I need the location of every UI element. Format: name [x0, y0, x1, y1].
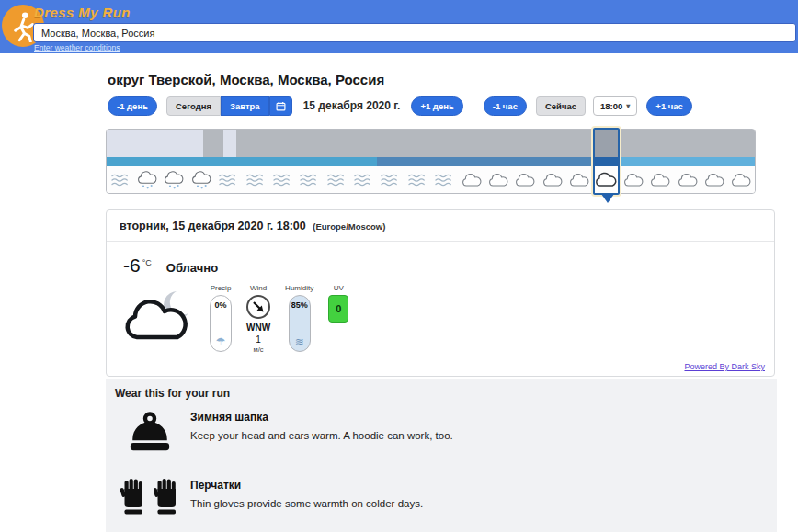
timeline-hour-cell[interactable] — [431, 166, 458, 193]
cloud-icon — [594, 171, 618, 188]
humidity-label: Humidity — [285, 284, 314, 292]
wear-item-description: Thin gloves provide some warmth on colde… — [190, 498, 423, 509]
temperature-row: -6 °C Облачно — [123, 255, 774, 277]
weather-metrics: Precip 0% ☂ Wind WNW 1 м/с H — [121, 284, 774, 354]
timeline-hour-cell[interactable] — [484, 166, 511, 193]
timeline-hour-cell[interactable] — [512, 166, 539, 193]
timeline-hour-cell[interactable] — [620, 166, 646, 193]
timeline-hour-cell[interactable] — [242, 166, 268, 193]
temperature-unit: °C — [142, 258, 152, 267]
timeline-hour-cell[interactable] — [647, 166, 674, 193]
calendar-button[interactable] — [269, 96, 292, 116]
timeline-hour-cell[interactable] — [593, 166, 620, 193]
timeline-hour-cell[interactable] — [565, 166, 592, 193]
fog-icon — [110, 172, 131, 188]
tomorrow-button[interactable]: Завтра — [221, 96, 269, 116]
app-screen: Dress My Run Enter weather conditions ок… — [0, 0, 798, 532]
forecast-datetime-label: вторник, 15 декабря 2020 г. 18:00 — [120, 220, 306, 232]
timeline-hour-cell[interactable] — [404, 166, 430, 193]
waves-icon: ≋ — [290, 335, 310, 348]
enter-weather-conditions-link[interactable]: Enter weather conditions — [34, 43, 120, 52]
forecast-timezone: (Europe/Moscow) — [313, 221, 385, 232]
timeline-hour-cell[interactable] — [674, 166, 701, 193]
weather-summary: Облачно — [166, 261, 218, 275]
band-segment — [236, 130, 594, 157]
precip-value: 0% — [211, 300, 231, 310]
cloud-icon — [730, 172, 752, 188]
precip-metric: Precip 0% ☂ — [210, 284, 232, 352]
location-input[interactable] — [33, 23, 796, 42]
timeline-hour-cell[interactable] — [161, 166, 188, 193]
day-button-group: Сегодня Завтра — [166, 96, 292, 116]
band-segment — [203, 130, 223, 157]
timeline-hour-cell[interactable] — [268, 166, 295, 193]
forecast-datetime: вторник, 15 декабря 2020 г. 18:00 (Europ… — [107, 210, 774, 242]
timeline-hour-cell[interactable] — [377, 166, 404, 193]
prev-day-button[interactable]: -1 день — [108, 96, 157, 116]
timeline-hour-cell[interactable] — [349, 166, 376, 193]
prev-hour-button[interactable]: -1 час — [484, 96, 527, 116]
band-segment — [223, 130, 236, 157]
wind-direction: WNW — [246, 323, 270, 333]
next-day-button[interactable]: +1 день — [411, 96, 462, 116]
timeline-hour-cell[interactable] — [133, 166, 160, 193]
wear-heading: Wear this for your run — [106, 379, 777, 402]
cloud-icon — [677, 172, 699, 188]
wear-section: Wear this for your run Зимняя шапка Keep… — [106, 379, 777, 532]
wind-speed: 1 — [256, 334, 261, 345]
fog-icon — [245, 172, 266, 188]
timeline-hour-cell[interactable] — [728, 166, 755, 193]
band-segment — [377, 157, 593, 166]
datetime-controls: -1 день Сегодня Завтра 15 декабря 2020 г… — [108, 96, 692, 116]
timeline-day-band — [107, 130, 755, 157]
gloves-icon — [115, 477, 185, 515]
band-segment — [620, 130, 755, 157]
now-button[interactable]: Сейчас — [536, 96, 586, 116]
precip-gauge: 0% ☂ — [210, 295, 232, 352]
today-button[interactable]: Сегодня — [166, 96, 221, 116]
uv-metric: UV 0 — [328, 284, 348, 323]
timeline-hour-cell[interactable] — [539, 166, 565, 193]
timeline-hour-cell[interactable] — [107, 166, 133, 193]
band-segment — [620, 157, 755, 166]
fog-icon — [272, 172, 292, 188]
fog-icon — [434, 172, 454, 188]
wear-item-title: Зимняя шапка — [190, 411, 453, 424]
band-segment — [107, 130, 203, 157]
fog-icon — [326, 172, 347, 188]
band-segment — [593, 130, 620, 157]
timeline-hours-row — [107, 166, 755, 193]
band-segment — [107, 157, 377, 166]
wind-unit: м/с — [254, 345, 264, 354]
next-hour-button[interactable]: +1 час — [646, 96, 692, 116]
timeline-hour-cell[interactable] — [323, 166, 349, 193]
cloud-icon — [703, 172, 725, 188]
app-title: Dress My Run — [34, 5, 131, 20]
humidity-value: 85% — [290, 300, 310, 310]
uv-label: UV — [334, 284, 344, 292]
snow-icon — [163, 170, 185, 190]
cloud-icon — [542, 172, 564, 188]
band-segment — [593, 157, 620, 166]
time-select-value: 18:00 — [600, 101, 622, 111]
timeline-hour-cell[interactable] — [458, 166, 484, 193]
time-select[interactable]: 18:00 ▾ — [593, 96, 637, 116]
timeline-condition-bar — [107, 157, 755, 166]
temperature-value: -6 — [123, 255, 141, 277]
timeline-hour-cell[interactable] — [701, 166, 727, 193]
wear-item-hat: Зимняя шапка Keep your head and ears war… — [106, 402, 777, 457]
timeline-hour-cell[interactable] — [215, 166, 242, 193]
timeline-hour-cell[interactable] — [188, 166, 214, 193]
snow-icon — [190, 170, 212, 190]
current-date-label: 15 декабря 2020 г. — [303, 99, 401, 112]
calendar-icon — [276, 101, 286, 111]
powered-by-dark-sky-link[interactable]: Powered By Dark Sky — [684, 362, 765, 371]
wear-item-description: Keep your head and ears warm. A hoodie c… — [190, 430, 453, 441]
fog-icon — [218, 172, 238, 188]
forecast-card: вторник, 15 декабря 2020 г. 18:00 (Europ… — [106, 209, 775, 377]
wind-metric: Wind WNW 1 м/с — [246, 284, 270, 354]
cloud-icon — [487, 172, 509, 188]
fog-icon — [353, 172, 373, 188]
selected-hour-pointer — [601, 194, 614, 203]
timeline-hour-cell[interactable] — [296, 166, 323, 193]
